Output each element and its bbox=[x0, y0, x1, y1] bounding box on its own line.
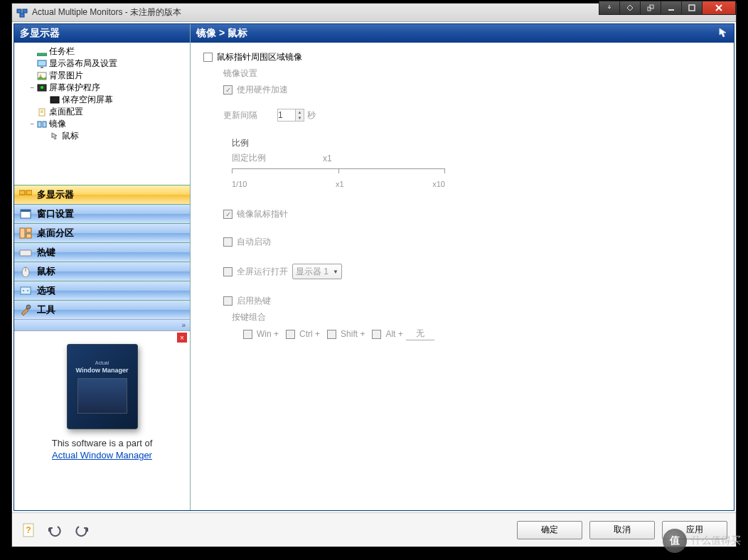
label-mirror-area: 鼠标指针周围区域镜像 bbox=[217, 51, 302, 63]
svg-rect-9 bbox=[41, 67, 43, 68]
label-hw-accel: 使用硬件加速 bbox=[237, 84, 288, 96]
label-update-interval: 更新间隔 bbox=[223, 109, 257, 122]
checkbox-mirror-area[interactable] bbox=[203, 53, 213, 62]
tree-item-mouse[interactable]: 鼠标 bbox=[16, 130, 188, 142]
promo-link[interactable]: Actual Window Manager bbox=[52, 450, 152, 461]
close-button[interactable] bbox=[702, 1, 736, 15]
tree-item-profile[interactable]: 桌面配置 bbox=[16, 106, 188, 118]
promo-panel: × Actual Window Manager This software is… bbox=[14, 330, 190, 510]
svg-rect-24 bbox=[20, 228, 25, 238]
label-mirror-cursor: 镜像鼠标指针 bbox=[237, 208, 288, 220]
multimonitor-icon bbox=[18, 188, 33, 201]
svg-point-13 bbox=[41, 86, 43, 89]
help-button[interactable]: ? bbox=[21, 521, 39, 539]
titlebar-extra2-button[interactable] bbox=[619, 1, 641, 15]
screensaver-icon bbox=[36, 83, 48, 93]
titlebar-extra3-button[interactable] bbox=[640, 1, 661, 15]
hotkey-key-input[interactable]: 无 bbox=[406, 328, 434, 340]
svg-rect-7 bbox=[37, 53, 47, 56]
watermark-badge: 值 bbox=[663, 529, 687, 553]
tree-item-wallpaper[interactable]: 背景图片 bbox=[16, 70, 188, 82]
label-auto-start: 自动启动 bbox=[237, 236, 271, 248]
cat-divider[interactable]: 桌面分区 bbox=[14, 223, 190, 242]
category-list: 多显示器 窗口设置 桌面分区 热键 鼠标 选项 工具 » bbox=[14, 185, 190, 330]
label-seconds: 秒 bbox=[307, 109, 316, 122]
checkbox-mirror-cursor[interactable]: ✓ bbox=[223, 210, 233, 219]
label-fullscreen: 全屏运行打开 bbox=[237, 266, 288, 278]
svg-rect-19 bbox=[43, 122, 46, 127]
svg-rect-6 bbox=[689, 5, 695, 11]
svg-rect-20 bbox=[19, 190, 25, 195]
cat-tools[interactable]: 工具 bbox=[14, 300, 190, 319]
titlebar-extra1-button[interactable] bbox=[599, 1, 620, 15]
svg-rect-27 bbox=[20, 250, 31, 256]
options-icon bbox=[18, 284, 33, 297]
ok-button[interactable]: 确定 bbox=[517, 521, 582, 539]
scale-slider[interactable] bbox=[232, 168, 445, 178]
svg-rect-14 bbox=[50, 97, 59, 103]
svg-rect-21 bbox=[26, 190, 32, 195]
maximize-button[interactable] bbox=[681, 1, 702, 15]
cancel-button[interactable]: 取消 bbox=[589, 521, 655, 539]
checkbox-hw-accel[interactable]: ✓ bbox=[223, 85, 233, 95]
checkbox-hotkey[interactable] bbox=[223, 296, 233, 306]
picture-icon bbox=[36, 71, 48, 81]
mouse-cat-icon bbox=[18, 265, 33, 278]
mirror-icon bbox=[36, 119, 48, 129]
cat-multimonitor[interactable]: 多显示器 bbox=[14, 185, 190, 204]
tree-item-idle[interactable]: 保存空闲屏幕 bbox=[16, 94, 188, 106]
tree-item-screensaver[interactable]: −屏幕保护程序 bbox=[16, 82, 188, 94]
promo-close-button[interactable]: × bbox=[177, 333, 187, 343]
cat-options[interactable]: 选项 bbox=[14, 281, 190, 300]
profile-icon bbox=[36, 107, 48, 117]
checkbox-shift[interactable] bbox=[327, 330, 336, 339]
cat-mouse[interactable]: 鼠标 bbox=[14, 262, 190, 281]
titlebar: Actual Multiple Monitors - 未注册的版本 bbox=[12, 4, 736, 22]
spin-up-icon[interactable]: ▲ bbox=[295, 109, 304, 115]
svg-rect-2 bbox=[20, 14, 24, 17]
value-fixed-scale: x1 bbox=[323, 154, 332, 163]
svg-point-32 bbox=[27, 290, 28, 291]
checkbox-ctrl[interactable] bbox=[286, 330, 295, 339]
checkbox-fullscreen[interactable] bbox=[223, 267, 233, 276]
collapse-icon[interactable]: − bbox=[28, 120, 36, 128]
cat-expand-button[interactable]: » bbox=[14, 319, 190, 330]
cat-window[interactable]: 窗口设置 bbox=[14, 204, 190, 223]
svg-rect-18 bbox=[38, 122, 41, 127]
tree-item-taskbar[interactable]: 任务栏 bbox=[16, 45, 188, 58]
svg-rect-25 bbox=[26, 228, 31, 232]
watermark-text: 什么值得买 bbox=[691, 534, 741, 547]
checkbox-auto-start[interactable] bbox=[223, 237, 233, 247]
cat-hotkeys[interactable]: 热键 bbox=[14, 242, 190, 262]
header-mouse-icon bbox=[718, 28, 728, 40]
sidebar-header: 多显示器 bbox=[14, 24, 190, 43]
sidebar: 多显示器 任务栏 显示器布局及设置 背景图片 −屏幕保护程序 保存空闲屏幕 桌面… bbox=[14, 24, 191, 510]
main-header: 镜像 > 鼠标 bbox=[191, 24, 734, 43]
checkbox-win[interactable] bbox=[243, 330, 252, 339]
window-settings-icon bbox=[18, 208, 33, 220]
label-mirror-settings: 镜像设置 bbox=[223, 68, 257, 80]
tree-item-mirror[interactable]: −镜像 bbox=[16, 118, 188, 130]
window-controls bbox=[599, 1, 736, 15]
collapse-icon[interactable]: − bbox=[28, 84, 36, 92]
screen-icon bbox=[49, 95, 60, 105]
checkbox-alt[interactable] bbox=[372, 330, 381, 339]
svg-rect-0 bbox=[17, 9, 21, 13]
tools-icon bbox=[18, 303, 33, 316]
tree-item-layout[interactable]: 显示器布局及设置 bbox=[16, 58, 188, 70]
undo-button[interactable] bbox=[46, 521, 65, 539]
minimize-button[interactable] bbox=[661, 1, 682, 15]
svg-point-33 bbox=[26, 305, 31, 309]
input-update-interval[interactable]: 1 ▲▼ bbox=[277, 109, 304, 122]
footer: ? 确定 取消 应用 bbox=[12, 512, 736, 546]
spin-down-icon[interactable]: ▼ bbox=[295, 115, 304, 121]
svg-rect-30 bbox=[21, 287, 31, 294]
promo-text: This software is a part of bbox=[52, 438, 153, 448]
dropdown-monitor[interactable]: 显示器 1 ▼ bbox=[292, 264, 342, 279]
keyboard-icon bbox=[18, 246, 33, 259]
label-fixed-scale: 固定比例 bbox=[232, 152, 266, 164]
redo-button[interactable] bbox=[72, 521, 90, 539]
mouse-icon bbox=[49, 131, 60, 141]
watermark: 值 什么值得买 bbox=[663, 529, 741, 553]
window-body: 多显示器 任务栏 显示器布局及设置 背景图片 −屏幕保护程序 保存空闲屏幕 桌面… bbox=[14, 23, 734, 511]
